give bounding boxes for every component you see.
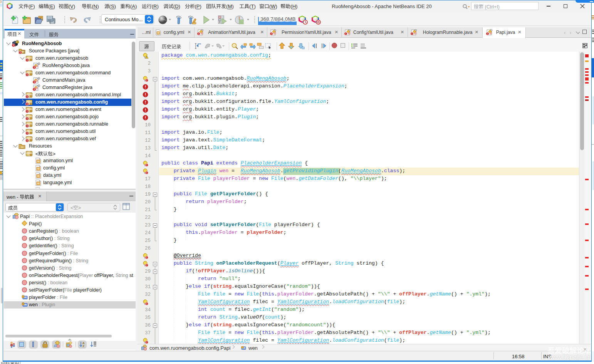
svg-text:Z: Z <box>83 344 85 348</box>
svg-text:3: 3 <box>219 20 220 23</box>
